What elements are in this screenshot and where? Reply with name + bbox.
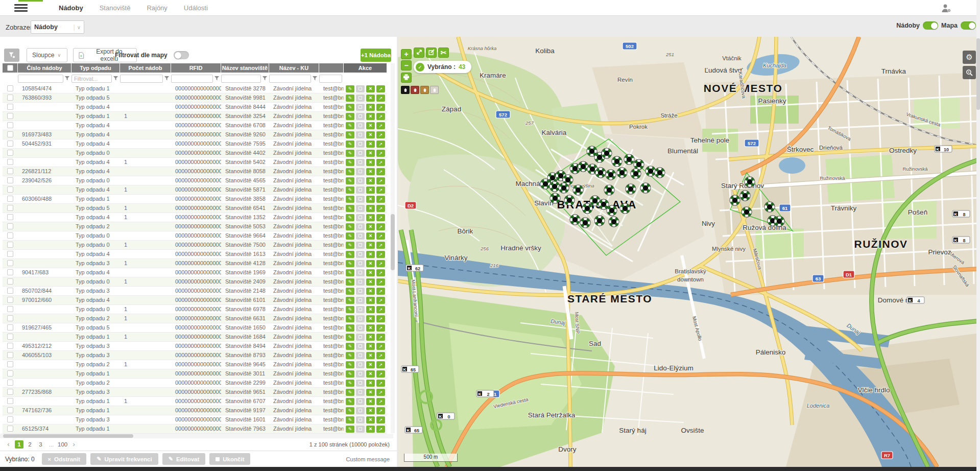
row-copy-button[interactable]	[356, 426, 365, 433]
page-button-100[interactable]: 100	[58, 440, 67, 449]
row-copy-button[interactable]	[356, 306, 365, 313]
map-zoom-in-button[interactable]: +	[401, 49, 412, 59]
row-edit-button[interactable]: ✎	[346, 140, 354, 148]
row-open-button[interactable]: ↗	[376, 131, 385, 138]
row-checkbox[interactable]	[7, 186, 13, 193]
row-open-button[interactable]: ↗	[376, 334, 385, 341]
row-checkbox[interactable]	[7, 324, 13, 331]
row-checkbox[interactable]	[7, 242, 13, 248]
container-marker[interactable]	[646, 166, 656, 177]
container-marker[interactable]	[580, 218, 591, 228]
row-edit-button[interactable]: ✎	[346, 352, 354, 359]
container-marker[interactable]	[626, 184, 636, 195]
row-open-button[interactable]: ↗	[376, 343, 385, 350]
container-marker[interactable]	[631, 169, 641, 179]
table-row[interactable]: Typ odpadu 41000000000000000...Stanovišt…	[3, 185, 387, 195]
table-row[interactable]: Typ odpadu 4000000000000000...Stanoviště…	[3, 250, 387, 259]
row-delete-button[interactable]: ×	[366, 315, 375, 322]
container-marker[interactable]	[764, 202, 775, 213]
funnel-icon[interactable]	[113, 76, 118, 81]
row-edit-button[interactable]: ✎	[346, 223, 354, 230]
map-layer-red-button[interactable]	[411, 86, 419, 94]
next-page-button[interactable]: ›	[69, 440, 78, 449]
filter-input-stanoviste[interactable]	[221, 75, 261, 83]
tab-nadoby[interactable]: Nádoby	[59, 4, 83, 12]
row-checkbox[interactable]	[7, 398, 13, 404]
row-checkbox[interactable]	[7, 205, 13, 211]
edit-frequency-button[interactable]: ✎Upravit frekvenci	[90, 453, 158, 465]
col-header-typ-odpadu[interactable]: Typ odpadu	[71, 63, 120, 73]
row-checkbox[interactable]	[7, 278, 13, 285]
remove-button[interactable]: ×Odstranit	[42, 453, 87, 465]
table-row[interactable]: Typ odpadu 0000000000000000...Stanoviště…	[3, 149, 387, 158]
funnel-icon[interactable]	[214, 76, 220, 81]
col-header-nazev-ku[interactable]: Název - KU	[269, 63, 319, 73]
row-edit-button[interactable]: ✎	[346, 389, 354, 396]
row-checkbox[interactable]	[7, 269, 13, 275]
row-delete-button[interactable]: ×	[366, 416, 375, 423]
view-select[interactable]: Nádoby | ∨	[31, 20, 84, 34]
row-checkbox[interactable]	[7, 361, 13, 367]
row-edit-button[interactable]: ✎	[346, 343, 354, 350]
page-button-2[interactable]: 2	[26, 440, 34, 449]
row-open-button[interactable]: ↗	[376, 306, 385, 313]
row-edit-button[interactable]: ✎	[346, 380, 354, 387]
row-delete-button[interactable]: ×	[366, 407, 375, 414]
container-marker[interactable]	[774, 216, 785, 227]
page-button-1[interactable]: 1	[15, 440, 23, 449]
table-row[interactable]: 747162/736Typ odpadu 1000000000000000...…	[3, 406, 387, 415]
row-open-button[interactable]: ↗	[376, 223, 385, 230]
row-delete-button[interactable]: ×	[366, 131, 375, 138]
filter-input-ku[interactable]	[269, 75, 311, 83]
container-marker[interactable]	[540, 179, 551, 190]
container-marker[interactable]	[550, 193, 561, 204]
map-panel[interactable]: Krásna hôrka251KolibaKramáreRevínVtáčnik…	[398, 37, 980, 467]
row-edit-button[interactable]: ✎	[346, 315, 354, 322]
table-row[interactable]: 65125/374Typ odpadu 1000000000000000...S…	[3, 425, 387, 434]
hamburger-menu-icon[interactable]	[14, 4, 28, 12]
table-row[interactable]: 919627/465Typ odpadu 5000000000000000...…	[3, 323, 387, 333]
row-delete-button[interactable]: ×	[366, 168, 375, 175]
container-marker[interactable]	[617, 168, 628, 178]
columns-button[interactable]: Sloupce∨	[27, 48, 67, 62]
row-checkbox[interactable]	[7, 140, 13, 147]
row-delete-button[interactable]: ×	[366, 260, 375, 267]
scrollbar-thumb[interactable]	[976, 38, 980, 110]
container-marker[interactable]	[606, 170, 616, 180]
prev-page-button[interactable]: ‹	[4, 440, 13, 449]
row-edit-button[interactable]: ✎	[346, 407, 354, 414]
row-copy-button[interactable]	[356, 168, 365, 175]
row-delete-button[interactable]: ×	[366, 297, 375, 304]
row-edit-button[interactable]: ✎	[346, 85, 354, 92]
row-open-button[interactable]: ↗	[376, 269, 385, 276]
row-checkbox[interactable]	[7, 150, 13, 156]
row-edit-button[interactable]: ✎	[346, 214, 354, 221]
table-row[interactable]: 970012/660Typ odpadu 4000000000000000...…	[3, 296, 387, 305]
container-marker[interactable]	[570, 215, 581, 225]
funnel-icon[interactable]	[164, 76, 170, 81]
funnel-icon[interactable]	[64, 76, 70, 81]
row-open-button[interactable]: ↗	[376, 177, 385, 184]
row-checkbox[interactable]	[7, 85, 13, 91]
horizontal-scrollbar[interactable]	[0, 434, 393, 438]
row-open-button[interactable]: ↗	[376, 288, 385, 295]
row-edit-button[interactable]: ✎	[346, 361, 354, 368]
row-copy-button[interactable]	[356, 150, 365, 157]
row-open-button[interactable]: ↗	[376, 150, 385, 157]
container-marker[interactable]	[740, 191, 751, 201]
row-checkbox[interactable]	[7, 315, 13, 321]
row-copy-button[interactable]	[356, 232, 365, 240]
row-delete-button[interactable]: ×	[366, 223, 375, 230]
row-open-button[interactable]: ↗	[376, 196, 385, 203]
table-row[interactable]: 763860/393Typ odpadu 5000000000000000...…	[3, 93, 387, 103]
container-marker[interactable]	[594, 216, 605, 226]
row-checkbox[interactable]	[7, 159, 13, 165]
map-layer-brown-button[interactable]	[420, 86, 429, 94]
row-checkbox[interactable]	[7, 297, 13, 303]
table-row[interactable]: Typ odpadu 11000000000000000...Stanovišt…	[3, 333, 387, 342]
row-open-button[interactable]: ↗	[376, 407, 385, 414]
row-open-button[interactable]: ↗	[376, 352, 385, 359]
row-checkbox[interactable]	[7, 288, 13, 294]
row-delete-button[interactable]: ×	[366, 324, 375, 332]
row-copy-button[interactable]	[356, 113, 365, 120]
